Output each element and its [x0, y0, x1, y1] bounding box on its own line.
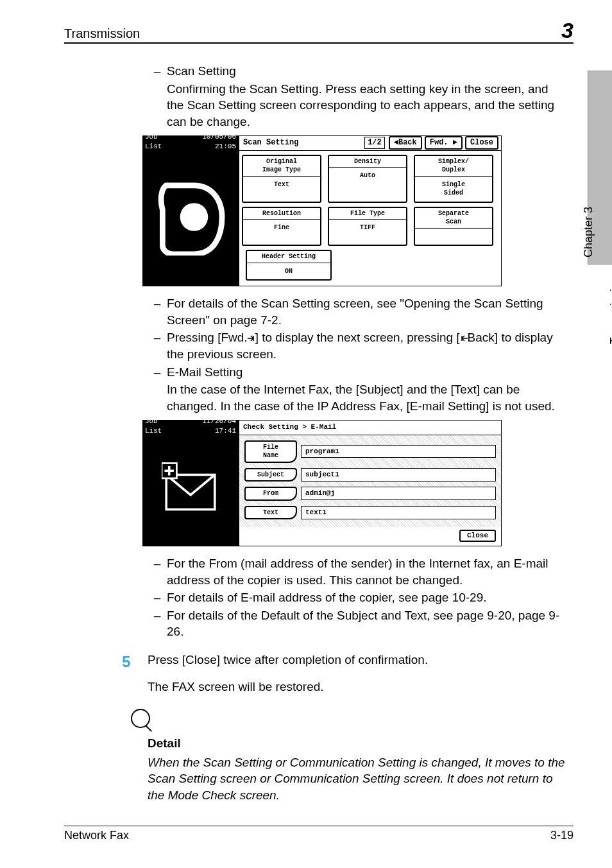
cell-value: Fine: [243, 220, 320, 236]
setting-cell[interactable]: DensityAuto: [328, 155, 407, 203]
email-setting-screenshot: Job List 11/26/04 17:41 Check Setting > …: [142, 420, 502, 546]
header-setting-value: ON: [247, 263, 330, 280]
setting-cell[interactable]: ResolutionFine: [242, 207, 321, 247]
cell-header: File Type: [329, 208, 406, 220]
field-label[interactable]: Subject: [244, 468, 297, 482]
page-footer: Network Fax 3-19: [64, 826, 574, 842]
cell-value: Auto: [329, 168, 406, 184]
header-setting-cell[interactable]: Header Setting ON: [246, 250, 332, 281]
field-value: text1: [301, 506, 496, 519]
bullet-scan-setting: –Scan Setting: [167, 63, 567, 80]
email-field-row: File Nameprogram1: [244, 440, 496, 463]
setting-cell[interactable]: Separate Scan: [414, 207, 493, 247]
back-arrow-icon: [460, 335, 468, 342]
scan-setting-screenshot: Job List 10/05/06 21:05 Scan Setting 1/2…: [142, 135, 502, 287]
close-button-2[interactable]: Close: [459, 530, 496, 542]
fwd-arrow-icon: [248, 335, 255, 342]
scan-setting-desc: Confirming the Scan Setting. Press each …: [167, 81, 567, 130]
panel1-title: Scan Setting: [239, 137, 364, 148]
header-left: Transmission: [64, 26, 140, 41]
panel2-title: Check Setting > E-Mail: [239, 421, 501, 435]
side-tab-chapter: Chapter 3: [588, 71, 612, 265]
step-number-5: 5: [122, 652, 130, 672]
cell-header: Density: [329, 156, 406, 168]
side-chapter-label: Chapter 3: [582, 207, 595, 257]
field-label[interactable]: Text: [244, 506, 297, 520]
bullet-copier-email: –For details of E-mail address of the co…: [167, 589, 567, 606]
detail-heading: Detail: [148, 735, 567, 752]
detail-text: When the Scan Setting or Communication S…: [148, 754, 567, 804]
step5-text2: The FAX screen will be restored.: [148, 679, 567, 695]
fwd-button[interactable]: Fwd. ►: [425, 136, 463, 149]
envelope-plus-icon: [142, 433, 239, 546]
field-label[interactable]: From: [244, 487, 297, 501]
field-value: subject1: [301, 468, 496, 482]
cell-value: TIFF: [329, 220, 406, 236]
back-button[interactable]: ◄Back: [389, 136, 422, 149]
field-value: program1: [301, 445, 496, 458]
panel1-page: 1/2: [364, 137, 385, 148]
bullet-fwd-back: –Pressing [Fwd.] to display the next scr…: [167, 329, 567, 362]
side-section-label: Transmission: [608, 276, 612, 344]
bullet-email-setting: –E-Mail Setting: [167, 364, 567, 381]
cell-value: [415, 229, 492, 245]
email-field-row: Fromadmin@j: [244, 487, 496, 501]
setting-cell[interactable]: Simplex/ DuplexSingle Sided: [414, 155, 493, 203]
setting-cell[interactable]: Original Image TypeText: [242, 155, 321, 203]
bullet-default-subject: –For details of the Default of the Subje…: [167, 607, 567, 640]
footer-right: 3-19: [550, 829, 574, 842]
bullet-scan-details: –For details of the Scan Setting screen,…: [167, 295, 567, 328]
svg-point-1: [180, 203, 208, 231]
logo-icon: [142, 148, 239, 287]
email-field-row: Texttext1: [244, 506, 496, 520]
cell-value: Text: [243, 177, 320, 193]
email-field-row: Subjectsubject1: [244, 468, 496, 482]
close-button[interactable]: Close: [465, 136, 498, 149]
scan-setting-title: Scan Setting: [167, 64, 236, 78]
field-label[interactable]: File Name: [244, 440, 297, 463]
magnifier-icon: [131, 709, 150, 728]
step5-text1: Press [Close] twice after completion of …: [148, 652, 567, 668]
cell-header: Simplex/ Duplex: [415, 156, 492, 177]
cell-header: Resolution: [243, 208, 320, 220]
cell-header: Original Image Type: [243, 156, 320, 177]
header-right: 3: [561, 19, 574, 41]
footer-left: Network Fax: [64, 829, 129, 842]
setting-cell[interactable]: File TypeTIFF: [328, 207, 407, 247]
bullet-from: –For the From (mail address of the sende…: [167, 555, 567, 588]
field-value: admin@j: [301, 487, 496, 500]
cell-value: Single Sided: [415, 177, 492, 202]
email-setting-desc: In the case of the Internet Fax, the [Su…: [167, 381, 567, 414]
page-header: Transmission 3: [64, 19, 574, 44]
header-setting-label: Header Setting: [247, 251, 330, 263]
cell-header: Separate Scan: [415, 208, 492, 229]
